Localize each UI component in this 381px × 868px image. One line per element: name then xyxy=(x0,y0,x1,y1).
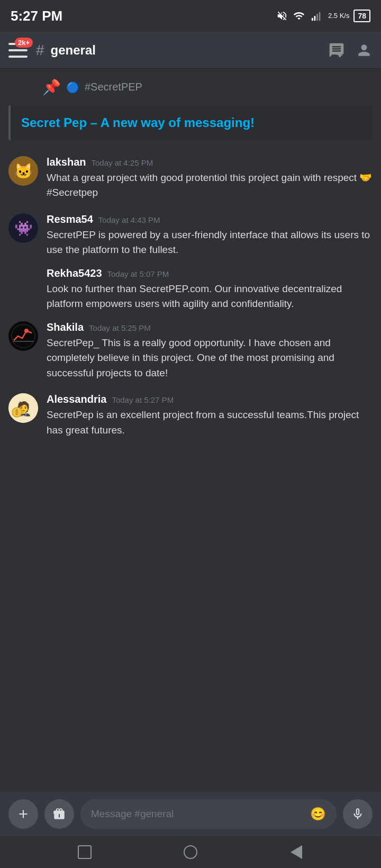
svg-rect-2 xyxy=(316,14,318,21)
embed-title: Secret Pep – A new way of messaging! xyxy=(21,114,362,132)
threads-icon[interactable] xyxy=(328,42,345,59)
alessandria-avatar-img: 🤵 ₿ xyxy=(8,393,38,423)
resma-avatar-img: 👾 xyxy=(8,213,38,243)
message-content: Resma54 Today at 4:43 PM SecretPEP is po… xyxy=(47,213,373,258)
message-header: Shakila Today at 5:25 PM xyxy=(47,321,373,333)
message-item: 🤵 ₿ Alessandria Today at 5:27 PM SecretP… xyxy=(0,388,381,443)
pin-emoji: 📌 xyxy=(42,78,61,96)
message-author: lakshan xyxy=(47,156,86,168)
message-content: lakshan Today at 4:25 PM What a great pr… xyxy=(47,156,373,201)
spacer xyxy=(0,445,381,461)
message-time: Today at 5:07 PM xyxy=(107,269,169,278)
message-author: Alessandria xyxy=(47,393,106,405)
message-time: Today at 5:27 PM xyxy=(112,395,174,404)
mic-button[interactable] xyxy=(343,799,373,829)
message-text: SecretPEP is powered by a user-friendly … xyxy=(47,228,373,258)
message-header: Resma54 Today at 4:43 PM xyxy=(47,213,373,225)
avatar: 🐱 xyxy=(8,156,38,186)
status-bar: 5:27 PM 2.5 K/s 78 xyxy=(0,0,381,32)
triangle-icon xyxy=(291,845,302,859)
message-item: Rekha5423 Today at 5:07 PM Look no furth… xyxy=(0,265,381,314)
top-nav: 2k+ # general xyxy=(0,32,381,69)
message-author: Resma54 xyxy=(47,213,93,225)
message-content: Alessandria Today at 5:27 PM SecretPep i… xyxy=(47,393,373,438)
status-time: 5:27 PM xyxy=(11,8,62,24)
message-item: 🐱 lakshan Today at 4:25 PM What a great … xyxy=(0,151,381,206)
message-item: 👾 Resma54 Today at 4:43 PM SecretPEP is … xyxy=(0,208,381,263)
members-icon[interactable] xyxy=(356,42,373,59)
signal-icon xyxy=(310,10,324,22)
svg-rect-0 xyxy=(312,18,313,21)
message-text: Look no further than SecretPEP.com. Our … xyxy=(47,282,373,312)
channel-name: general xyxy=(51,43,322,58)
message-content: Shakila Today at 5:25 PM SecretPep_ This… xyxy=(47,321,373,381)
shakila-avatar-img xyxy=(8,321,38,351)
message-time: Today at 4:25 PM xyxy=(91,158,153,167)
channel-hash-icon: # xyxy=(36,42,44,59)
message-text: SecretPep is an excellent project from a… xyxy=(47,408,373,438)
plus-icon xyxy=(16,807,30,821)
message-time: Today at 4:43 PM xyxy=(98,215,160,224)
mic-icon xyxy=(351,807,365,821)
recent-apps-button[interactable] xyxy=(75,843,94,862)
nav-icons xyxy=(328,42,373,59)
message-header: lakshan Today at 4:25 PM xyxy=(47,156,373,168)
speed-text: 2.5 K/s xyxy=(328,12,349,20)
avatar: 🤵 ₿ xyxy=(8,393,38,423)
hamburger-menu[interactable]: 2k+ xyxy=(8,43,28,58)
system-nav xyxy=(0,836,381,868)
svg-point-10 xyxy=(24,329,29,333)
message-text: SecretPep_ This is a really good opportu… xyxy=(47,336,373,381)
bottom-bar: Message #general 😊 xyxy=(0,792,381,836)
message-input[interactable]: Message #general 😊 xyxy=(80,799,337,829)
battery-indicator: 78 xyxy=(353,10,370,22)
message-header: Rekha5423 Today at 5:07 PM xyxy=(47,267,373,279)
lakshan-avatar-img: 🐱 xyxy=(8,156,38,186)
message-input-placeholder[interactable]: Message #general xyxy=(91,808,304,820)
circle-icon xyxy=(184,845,197,859)
online-dot: 🔵 xyxy=(66,81,79,94)
avatar xyxy=(8,321,38,351)
embed-container: Secret Pep – A new way of messaging! xyxy=(8,105,373,140)
messages-area: 📌 🔵 #SecretPEP Secret Pep – A new way of… xyxy=(0,69,381,792)
svg-rect-3 xyxy=(319,12,321,21)
secretpep-hashtag: #SecretPEP xyxy=(85,81,142,93)
mute-icon xyxy=(276,10,288,22)
gift-icon xyxy=(52,807,66,821)
message-author: Rekha5423 xyxy=(47,267,102,279)
message-item: Shakila Today at 5:25 PM SecretPep_ This… xyxy=(0,316,381,386)
home-button[interactable] xyxy=(181,843,200,862)
gift-button[interactable] xyxy=(44,799,74,829)
status-icons: 2.5 K/s 78 xyxy=(276,10,370,22)
avatar: 👾 xyxy=(8,213,38,243)
back-button[interactable] xyxy=(287,843,306,862)
add-button[interactable] xyxy=(8,799,38,829)
message-time: Today at 5:25 PM xyxy=(89,323,151,332)
svg-text:₿: ₿ xyxy=(15,409,19,415)
svg-rect-1 xyxy=(314,16,315,21)
square-icon xyxy=(78,845,92,859)
unread-badge: 2k+ xyxy=(15,38,33,48)
message-header: Alessandria Today at 5:27 PM xyxy=(47,393,373,405)
svg-text:🐱: 🐱 xyxy=(14,162,33,180)
message-author: Shakila xyxy=(47,321,84,333)
message-text: What a great project with good protentio… xyxy=(47,170,373,201)
pinned-header: 📌 🔵 #SecretPEP xyxy=(0,74,381,100)
svg-text:👾: 👾 xyxy=(14,220,33,237)
wifi-icon xyxy=(292,10,306,22)
emoji-icon[interactable]: 😊 xyxy=(310,807,326,821)
